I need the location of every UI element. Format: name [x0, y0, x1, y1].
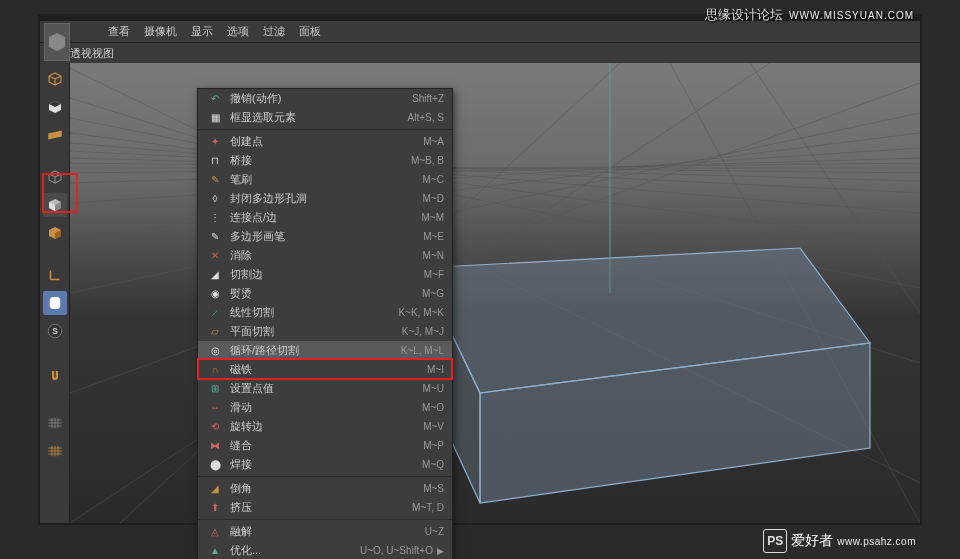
menu-label: 缝合: [230, 438, 423, 453]
orange-cube-icon[interactable]: [43, 221, 67, 245]
menu-view[interactable]: 查看: [108, 24, 130, 39]
menu-icon: ↔: [206, 401, 224, 415]
menu-item[interactable]: ↔滑动M~O: [198, 398, 452, 417]
view-title: 透视视图: [70, 46, 114, 61]
menu-shortcut: M~I: [427, 364, 444, 375]
grid-tool-icon[interactable]: [43, 411, 67, 435]
menu-label: 设置点值: [230, 381, 423, 396]
menu-item[interactable]: ✎多边形画笔M~E: [198, 227, 452, 246]
menu-item[interactable]: ⧓缝合M~P: [198, 436, 452, 455]
menu-item[interactable]: ⟋线性切割K~K, M~K: [198, 303, 452, 322]
menu-icon: ⊞: [206, 382, 224, 396]
menu-label: 循环/路径切割: [230, 343, 401, 358]
axis-tool-icon[interactable]: [43, 263, 67, 287]
menu-shortcut: M~Q: [422, 459, 444, 470]
menu-label: 磁铁: [230, 362, 427, 377]
menu-shortcut: M~E: [423, 231, 444, 242]
menu-icon: ∩: [206, 363, 224, 377]
menu-item[interactable]: ◢倒角M~S: [198, 479, 452, 498]
menu-item[interactable]: ✦创建点M~A: [198, 132, 452, 151]
menu-shortcut: M~C: [423, 174, 444, 185]
menu-item[interactable]: ✕消除M~N: [198, 246, 452, 265]
menu-icon: ◎: [206, 344, 224, 358]
menu-label: 线性切割: [230, 305, 398, 320]
menu-shortcut: M~S: [423, 483, 444, 494]
menu-icon: ✎: [206, 230, 224, 244]
menu-icon: ⧓: [206, 439, 224, 453]
mouse-tool-icon[interactable]: [43, 291, 67, 315]
grey-cube-icon[interactable]: [43, 165, 67, 189]
menu-icon: ▦: [206, 111, 224, 125]
menu-panel[interactable]: 面板: [299, 24, 321, 39]
menu-shortcut: M~F: [424, 269, 444, 280]
light-cube-icon[interactable]: [43, 193, 67, 217]
menu-shortcut: M~T, D: [412, 502, 444, 513]
menu-item[interactable]: ⊞设置点值M~U: [198, 379, 452, 398]
menu-shortcut: K~L, M~L: [401, 345, 444, 356]
menu-item[interactable]: ∩磁铁M~I: [198, 360, 452, 379]
menu-item[interactable]: ⟲旋转边M~V: [198, 417, 452, 436]
plane-tool-icon[interactable]: [43, 123, 67, 147]
menu-label: 熨烫: [230, 286, 422, 301]
menu-icon: ▲: [206, 544, 224, 558]
menu-item[interactable]: ⋮连接点/边M~M: [198, 208, 452, 227]
menu-filter[interactable]: 过滤: [263, 24, 285, 39]
menu-item[interactable]: ✎笔刷M~C: [198, 170, 452, 189]
checker-cube-icon[interactable]: [43, 95, 67, 119]
svg-text:S: S: [52, 327, 58, 336]
menu-label: 平面切割: [230, 324, 402, 339]
menu-item[interactable]: ◬融解U~Z: [198, 522, 452, 541]
menu-item[interactable]: ▦框显选取元素Alt+S, S: [198, 108, 452, 127]
menu-item[interactable]: ◉熨烫M~G: [198, 284, 452, 303]
left-toolbar: S: [40, 63, 70, 523]
grid-tool-2-icon[interactable]: [43, 439, 67, 463]
menu-icon: ↶: [206, 92, 224, 106]
menu-label: 融解: [230, 524, 425, 539]
menu-icon: ▱: [206, 325, 224, 339]
top-menubar: 查看 摄像机 显示 选项 过滤 面板: [40, 21, 920, 43]
menu-label: 多边形画笔: [230, 229, 423, 244]
menu-shortcut: U~Z: [425, 526, 444, 537]
menu-icon: ⬤: [206, 458, 224, 472]
menu-shortcut: K~J, M~J: [402, 326, 444, 337]
menu-shortcut: Shift+Z: [412, 93, 444, 104]
menu-icon: ⟋: [206, 306, 224, 320]
menu-item[interactable]: ◊封闭多边形孔洞M~D: [198, 189, 452, 208]
menu-camera[interactable]: 摄像机: [144, 24, 177, 39]
menu-shortcut: U~O, U~Shift+O: [360, 545, 433, 556]
menu-label: 笔刷: [230, 172, 423, 187]
menu-label: 封闭多边形孔洞: [230, 191, 423, 206]
magnet-tool-icon[interactable]: [43, 361, 67, 393]
app-logo-icon: [44, 23, 70, 61]
menu-item[interactable]: ⬆挤压M~T, D: [198, 498, 452, 517]
menu-icon: ⬆: [206, 501, 224, 515]
menu-options[interactable]: 选项: [227, 24, 249, 39]
menu-item[interactable]: ⊓桥接M~B, B: [198, 151, 452, 170]
menu-label: 桥接: [230, 153, 411, 168]
snap-s-icon[interactable]: S: [43, 319, 67, 343]
context-menu: ↶撤销(动作)Shift+Z▦框显选取元素Alt+S, S✦创建点M~A⊓桥接M…: [197, 88, 453, 559]
menu-item[interactable]: ↶撤销(动作)Shift+Z: [198, 89, 452, 108]
menu-shortcut: Alt+S, S: [408, 112, 444, 123]
menu-label: 消除: [230, 248, 423, 263]
menu-label: 挤压: [230, 500, 412, 515]
menu-item[interactable]: ⬤焊接M~Q: [198, 455, 452, 474]
menu-display[interactable]: 显示: [191, 24, 213, 39]
cube-tool-icon[interactable]: [43, 67, 67, 91]
menu-icon: ◢: [206, 268, 224, 282]
menu-item[interactable]: ▱平面切割K~J, M~J: [198, 322, 452, 341]
menu-label: 创建点: [230, 134, 423, 149]
menu-label: 连接点/边: [230, 210, 422, 225]
cube-object: [420, 248, 870, 503]
menu-item[interactable]: ◢切割边M~F: [198, 265, 452, 284]
menu-shortcut: M~M: [422, 212, 445, 223]
ps-logo-icon: PS: [763, 529, 787, 553]
menu-shortcut: M~U: [423, 383, 444, 394]
menu-label: 滑动: [230, 400, 422, 415]
menu-item[interactable]: ◎循环/路径切割K~L, M~L: [198, 341, 452, 360]
menu-icon: ⋮: [206, 211, 224, 225]
menu-shortcut: M~G: [422, 288, 444, 299]
menu-item[interactable]: ▲优化...U~O, U~Shift+O▶: [198, 541, 452, 559]
menu-icon: ✎: [206, 173, 224, 187]
view-title-bar: 透视视图: [40, 43, 920, 63]
